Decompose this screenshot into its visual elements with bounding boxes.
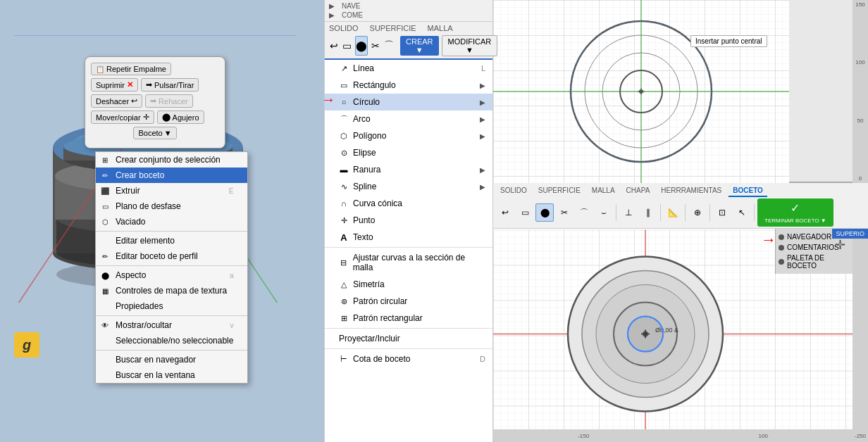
dd-item-patron-circ[interactable]: ⊚ Patrón circular (325, 293, 492, 310)
boceto-dropdown[interactable]: Boceto ▼ (133, 127, 176, 139)
rt-sep-2 (660, 204, 661, 221)
top-view-svg (493, 0, 789, 183)
dd-item-curva[interactable]: ∩ Curva cónica (325, 195, 492, 212)
dd-item-proyectar[interactable]: Proyectar/Incluir (325, 330, 492, 347)
nav-item-1[interactable]: NAVE (342, 2, 361, 10)
suprimir-btn[interactable]: Suprimir ✕ (91, 78, 138, 91)
rt-sep-1 (616, 204, 616, 221)
context-item-editar-boceto[interactable]: ✏ Editar boceto de perfil (96, 248, 247, 264)
context-item-vaciado[interactable]: ⬡ Vaciado (96, 214, 247, 229)
rt-tab-herramientas[interactable]: HERRRAMIENTAS (657, 185, 726, 197)
modificar-btn[interactable]: MODIFICAR ▼ (442, 35, 498, 56)
boceto-icon: ✏ (100, 170, 110, 180)
ranura-icon: ▬ (339, 165, 349, 175)
nav-bar: ▶ NAVE ▶ COME (325, 0, 492, 22)
nav-item-2[interactable]: COME (342, 11, 363, 19)
agujero-btn[interactable]: ⬤ Agujero (157, 110, 204, 124)
right-panel: Insertar punto central 150 100 50 0 SOLI… (493, 0, 868, 442)
mover-copiar-btn[interactable]: Mover/copiar ✛ (91, 110, 154, 124)
separator-4 (96, 350, 247, 351)
pulsar-tirar-btn[interactable]: ➡ Pulsar/Tirar (141, 78, 199, 91)
rt-parallel-icon[interactable]: ∥ (639, 203, 657, 222)
rt-select-icon[interactable]: ⊡ (713, 203, 731, 222)
red-arrow-right: → (761, 231, 776, 249)
rt-tab-malla[interactable]: MALLA (588, 185, 619, 197)
context-item-seleccionable[interactable]: Seleccionable/no seleccionable (96, 333, 247, 348)
rt-insert-icon[interactable]: ⊕ (688, 203, 707, 222)
dd-item-linea[interactable]: ↗ Línea L (325, 60, 492, 77)
repeat-icon: 📋 (96, 65, 104, 73)
scissors-toolbar-icon[interactable]: ✂ (371, 36, 380, 56)
deshacer-btn[interactable]: Deshacer ↩ (91, 94, 142, 108)
dd-item-spline[interactable]: ∿ Spline ▶ (325, 178, 492, 195)
rt-measure-icon[interactable]: 📐 (664, 203, 682, 222)
rt-tab-superficie[interactable]: SUPERFICIE (534, 185, 585, 197)
separator-1 (96, 231, 247, 232)
context-item-propiedades[interactable]: Propiedades (96, 298, 247, 314)
aspecto-icon: ⬤ (100, 270, 110, 280)
dd-item-poligono[interactable]: ⬡ Polígono ▶ (325, 127, 492, 144)
rt-constraint-icon[interactable]: ⊥ (619, 203, 638, 222)
floating-toolbar: 📋 Repetir Empalme Suprimir ✕ ➡ Pulsar/Ti… (85, 56, 225, 149)
context-item-mostrar[interactable]: 👁 Mostrar/ocultar v (96, 317, 247, 333)
dd-item-punto[interactable]: ✛ Punto (325, 212, 492, 229)
paleta-dot (779, 259, 784, 265)
rehacer-btn[interactable]: ➡ Rehacer (145, 94, 193, 108)
rt-scissors-icon[interactable]: ✂ (555, 203, 574, 222)
dd-item-patron-rect[interactable]: ⊞ Patrón rectangular (325, 310, 492, 327)
svg-text:Ø0,00 &: Ø0,00 & (655, 327, 678, 334)
context-item-extruir[interactable]: ⬛ Extruir E (96, 183, 247, 198)
dd-item-arco[interactable]: ⌒ Arco ▶ (325, 110, 492, 127)
context-item-crear-boceto[interactable]: ✏ Crear boceto (96, 168, 247, 183)
curva-icon: ∩ (339, 198, 349, 208)
rt-curve-icon[interactable]: ⌒ (575, 203, 593, 222)
dd-item-circulo[interactable]: ○ Círculo ▶ (325, 94, 492, 110)
tab-superficie[interactable]: SUPERFICIE (370, 24, 416, 32)
context-item-editar-elemento[interactable]: Editar elemento (96, 233, 247, 248)
superior-badge: SUPERIO (832, 229, 868, 239)
rt-tab-chapa[interactable]: CHAPA (622, 185, 655, 197)
right-top-view: Insertar punto central 150 100 50 0 (493, 0, 868, 183)
context-item-buscar-ventana[interactable]: Buscar en la ventana (96, 367, 247, 383)
dd-item-simetria[interactable]: △ Simetría (325, 276, 492, 293)
context-item-controles[interactable]: ▦ Controles de mapa de textura (96, 283, 247, 298)
rt-rect-icon[interactable]: ▭ (516, 203, 534, 222)
dd-item-cota[interactable]: ⊢ Cota de boceto D (325, 351, 492, 367)
repetir-empalme-btn[interactable]: 📋 Repetir Empalme (91, 63, 171, 75)
right-bottom: SOLIDO SUPERFICIE MALLA CHAPA HERRRAMIEN… (493, 183, 868, 442)
tab-malla[interactable]: MALLA (428, 24, 453, 32)
extra-toolbar-icon[interactable]: ⌒ (383, 36, 395, 56)
rect-toolbar-icon[interactable]: ▭ (342, 36, 352, 56)
hole-icon: ⬤ (162, 113, 170, 122)
editar-icon (100, 236, 110, 246)
dd-item-ajustar[interactable]: ⊟ Ajustar curvas a la sección de malla (325, 249, 492, 276)
undo-toolbar-icon[interactable]: ↩ (329, 36, 339, 56)
rt-undo-icon[interactable]: ↩ (496, 203, 514, 222)
dd-item-rectangulo[interactable]: ▭ Rectángulo ▶ (325, 77, 492, 94)
rt-fillet-icon[interactable]: ⌣ (595, 203, 613, 222)
right-toolbar: SOLIDO SUPERFICIE MALLA CHAPA HERRRAMIEN… (493, 183, 868, 229)
circulo-arrow: ▶ (480, 99, 485, 106)
circle-toolbar-icon[interactable]: ⬤ (355, 36, 368, 56)
tab-solido[interactable]: SOLIDO (329, 24, 359, 32)
context-item-crear-conjunto[interactable]: ⊞ Crear conjunto de selección (96, 152, 247, 168)
rt-tab-solido[interactable]: SOLIDO (496, 185, 531, 197)
context-item-buscar-nav[interactable]: Buscar en navegador (96, 352, 247, 367)
poligono-arrow: ▶ (480, 132, 485, 140)
right-ruler-bottom: -200 -250 (852, 229, 868, 442)
terminar-boceto-btn[interactable]: ✓ TERMINAR BOCETO ▼ (757, 198, 833, 227)
dd-item-elipse[interactable]: ⊙ Elipse (325, 144, 492, 161)
dd-item-ranura[interactable]: ▬ Ranura ▶ (325, 161, 492, 178)
rt-cursor-icon[interactable]: ↖ (733, 203, 751, 222)
conjunto-icon: ⊞ (100, 155, 110, 165)
context-item-aspecto[interactable]: ⬤ Aspecto a (96, 267, 247, 283)
paleta-item[interactable]: PALETA DE BOCETO (779, 253, 850, 271)
dropdown-toolbar: SOLIDO SUPERFICIE MALLA ↩ ▭ ⬤ ✂ ⌒ CREAR … (325, 22, 492, 60)
context-item-plano[interactable]: ▭ Plano de desfase (96, 198, 247, 214)
nav-icon (100, 355, 110, 365)
circle-icon: ○ (339, 97, 349, 107)
rt-circle-icon[interactable]: ⬤ (535, 203, 554, 222)
rt-tab-boceto[interactable]: BOCETO (728, 185, 767, 197)
dd-item-texto[interactable]: A Texto (325, 229, 492, 246)
crear-btn[interactable]: CREAR ▼ (400, 36, 439, 56)
